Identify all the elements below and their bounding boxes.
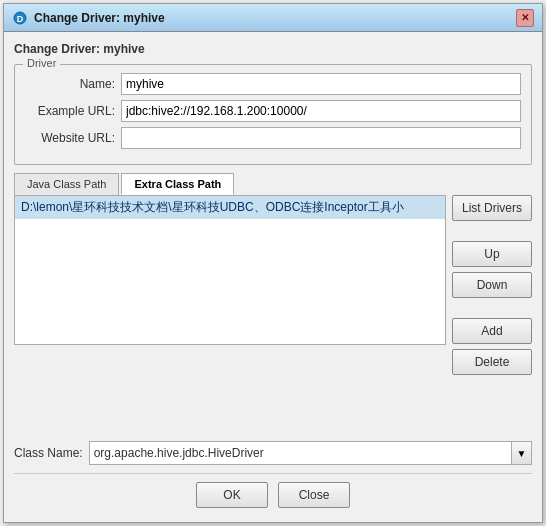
class-name-label: Class Name: [14, 446, 83, 460]
driver-group: Driver Name: Example URL: Website URL: [14, 64, 532, 165]
website-url-label: Website URL: [25, 131, 115, 145]
side-buttons: List Drivers Up Down Add Delete [452, 195, 532, 433]
close-dialog-button[interactable]: Close [278, 482, 350, 508]
up-button[interactable]: Up [452, 241, 532, 267]
name-row: Name: [25, 73, 521, 95]
name-input[interactable] [121, 73, 521, 95]
svg-text:D: D [17, 14, 24, 24]
delete-button[interactable]: Delete [452, 349, 532, 375]
title-bar-text: Change Driver: myhive [34, 11, 516, 25]
class-name-combo[interactable]: ▼ [89, 441, 532, 465]
page-title: Change Driver: myhive [14, 42, 532, 56]
close-button[interactable]: ✕ [516, 9, 534, 27]
name-label: Name: [25, 77, 115, 91]
main-content: Change Driver: myhive Driver Name: Examp… [4, 32, 542, 522]
example-url-label: Example URL: [25, 104, 115, 118]
website-url-row: Website URL: [25, 127, 521, 149]
list-box-container: D:\lemon\星环科技技术文档\星环科技UDBC、ODBC连接Incepto… [14, 195, 446, 433]
tabs-bar: Java Class Path Extra Class Path [14, 173, 532, 195]
ok-button[interactable]: OK [196, 482, 268, 508]
list-item[interactable]: D:\lemon\星环科技技术文档\星环科技UDBC、ODBC连接Incepto… [15, 196, 445, 219]
list-drivers-button[interactable]: List Drivers [452, 195, 532, 221]
driver-group-label: Driver [23, 57, 60, 69]
tab-java-class-path[interactable]: Java Class Path [14, 173, 119, 195]
add-button[interactable]: Add [452, 318, 532, 344]
tab-panel-area: D:\lemon\星环科技技术文档\星环科技UDBC、ODBC连接Incepto… [14, 195, 532, 433]
title-bar: D Change Driver: myhive ✕ [4, 4, 542, 32]
tab-extra-class-path[interactable]: Extra Class Path [121, 173, 234, 195]
window-icon: D [12, 10, 28, 26]
class-name-input[interactable] [90, 442, 511, 464]
example-url-input[interactable] [121, 100, 521, 122]
website-url-input[interactable] [121, 127, 521, 149]
example-url-row: Example URL: [25, 100, 521, 122]
down-button[interactable]: Down [452, 272, 532, 298]
change-driver-window: D Change Driver: myhive ✕ Change Driver:… [3, 3, 543, 523]
class-path-list[interactable]: D:\lemon\星环科技技术文档\星环科技UDBC、ODBC连接Incepto… [14, 195, 446, 345]
class-name-dropdown-arrow[interactable]: ▼ [511, 442, 531, 464]
footer-buttons: OK Close [14, 482, 532, 512]
class-name-section: Class Name: ▼ [14, 441, 532, 465]
footer-divider [14, 473, 532, 474]
